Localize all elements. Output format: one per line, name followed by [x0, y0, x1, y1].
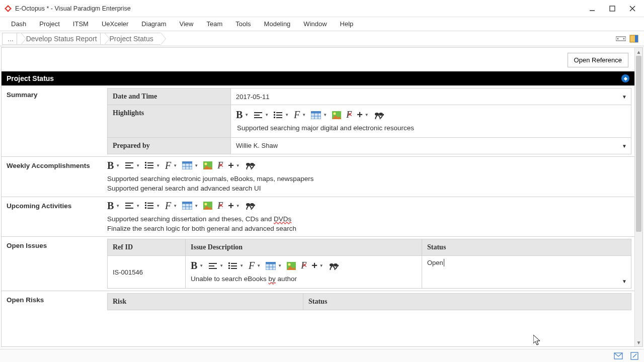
font-icon[interactable]: F▼: [165, 200, 177, 212]
clear-format-icon[interactable]: F✕: [301, 260, 306, 271]
risks-header-status: Status: [303, 293, 631, 310]
issue-status-value: Open: [427, 259, 444, 266]
prepared-by-field[interactable]: Willie K. Shaw ▼: [231, 138, 631, 154]
chevron-down-icon[interactable]: ▼: [622, 279, 627, 284]
chevron-down-icon[interactable]: ▼: [622, 94, 627, 100]
mail-icon[interactable]: [614, 351, 623, 360]
insert-icon[interactable]: +▼: [228, 160, 240, 171]
svg-line-93: [633, 354, 636, 357]
table-icon[interactable]: ▼: [182, 202, 198, 210]
risks-label: Open Risks: [2, 291, 107, 312]
upcoming-text[interactable]: Supported searching dissertation and the…: [107, 214, 631, 235]
menu-view[interactable]: View: [173, 18, 199, 30]
edit-icon[interactable]: [630, 351, 639, 360]
image-icon[interactable]: [203, 161, 212, 169]
issues-label: Open Issues: [2, 237, 107, 291]
weekly-label: Weekly Accomplishments: [2, 157, 107, 197]
align-icon[interactable]: ▼: [208, 262, 223, 269]
prepared-by-label: Prepared by: [107, 138, 231, 154]
highlights-text[interactable]: Supported searching major digital and el…: [236, 123, 626, 134]
insert-icon[interactable]: +▼: [311, 260, 324, 272]
highlights-field[interactable]: B▼▼▼F▼▼F✕+▼ Supported searching major di…: [231, 105, 631, 138]
svg-point-67: [205, 203, 207, 206]
svg-rect-85: [266, 262, 276, 264]
window-title: E-Octopus * - Visual Paradigm Enterprise: [15, 5, 131, 12]
list-icon[interactable]: ▼: [145, 202, 160, 209]
risks-row: Open Risks Risk Status: [2, 291, 634, 312]
vertical-scrollbar[interactable]: ▲ ▼: [634, 48, 642, 346]
font-icon[interactable]: F▼: [249, 260, 261, 272]
clear-format-icon[interactable]: F✕: [217, 201, 223, 211]
maximize-button[interactable]: [608, 4, 617, 13]
date-time-label: Date and Time: [107, 88, 231, 105]
clear-format-icon[interactable]: F✕: [346, 110, 352, 120]
image-icon[interactable]: [332, 111, 341, 119]
scroll-thumb[interactable]: [636, 56, 641, 232]
svg-point-47: [205, 163, 207, 165]
date-time-value: 2017-05-11: [236, 93, 270, 101]
find-icon[interactable]: [329, 262, 339, 270]
svg-rect-58: [145, 205, 146, 206]
table-icon[interactable]: ▼: [182, 161, 198, 169]
open-reference-button[interactable]: Open Reference: [568, 53, 628, 67]
menu-tools[interactable]: Tools: [229, 18, 257, 30]
align-icon[interactable]: ▼: [125, 202, 140, 209]
bold-icon[interactable]: B▼: [107, 200, 120, 212]
insert-icon[interactable]: +▼: [228, 200, 240, 212]
svg-rect-59: [145, 207, 146, 209]
summary-label: Summary: [2, 86, 107, 156]
panel-toggle-icon[interactable]: [629, 34, 639, 44]
bold-icon[interactable]: B▼: [107, 160, 120, 171]
menu-uexceler[interactable]: UeXceler: [96, 18, 134, 30]
scroll-down-icon[interactable]: ▼: [635, 338, 642, 346]
svg-rect-39: [145, 167, 146, 168]
overview-icon[interactable]: [616, 34, 626, 44]
table-icon[interactable]: ▼: [266, 262, 282, 270]
scroll-up-icon[interactable]: ▲: [635, 48, 642, 56]
issue-status-cell[interactable]: Open ▼: [422, 256, 631, 289]
minimize-button[interactable]: [588, 4, 597, 13]
close-button[interactable]: [628, 4, 637, 13]
menu-bar: Dash Project ITSM UeXceler Diagram View …: [0, 17, 644, 31]
find-icon[interactable]: [245, 161, 255, 169]
font-icon[interactable]: F▼: [294, 109, 306, 121]
clear-format-icon[interactable]: F✕: [217, 160, 223, 171]
issues-header-ref: Ref ID: [107, 239, 186, 256]
svg-point-8: [623, 38, 625, 39]
issues-header-desc: Issue Description: [186, 239, 422, 256]
align-icon[interactable]: ▼: [125, 162, 140, 169]
list-icon[interactable]: ▼: [145, 162, 160, 169]
section-title: Project Status: [7, 74, 54, 82]
date-time-field[interactable]: 2017-05-11 ▼: [231, 88, 631, 105]
menu-dash[interactable]: Dash: [5, 18, 32, 30]
font-icon[interactable]: F▼: [165, 160, 177, 171]
insert-icon[interactable]: +▼: [357, 109, 369, 121]
menu-window[interactable]: Window: [297, 18, 333, 30]
issue-desc-cell[interactable]: B▼▼▼F▼▼F✕+▼ Unable to search eBooks by a…: [186, 256, 422, 289]
menu-diagram[interactable]: Diagram: [135, 18, 172, 30]
menu-project[interactable]: Project: [33, 18, 65, 30]
section-header: Project Status ◈: [2, 71, 634, 85]
image-icon[interactable]: [287, 262, 296, 270]
svg-point-30: [379, 113, 383, 116]
rte-toolbar: B▼▼▼F▼▼F✕+▼: [236, 108, 626, 123]
table-icon[interactable]: ▼: [311, 111, 327, 119]
align-icon[interactable]: ▼: [254, 112, 269, 119]
menu-itsm[interactable]: ITSM: [67, 18, 95, 30]
weekly-text[interactable]: Supported searching electronic journals,…: [107, 173, 631, 195]
find-icon[interactable]: [245, 202, 255, 210]
menu-team[interactable]: Team: [200, 18, 228, 30]
list-icon[interactable]: ▼: [228, 262, 244, 269]
chevron-down-icon[interactable]: ▼: [622, 143, 627, 148]
svg-point-87: [288, 263, 291, 265]
bold-icon[interactable]: B▼: [191, 260, 203, 272]
issue-ref-cell[interactable]: IS-001546: [107, 256, 186, 289]
bold-icon[interactable]: B▼: [236, 109, 249, 121]
list-icon[interactable]: ▼: [274, 112, 289, 119]
image-icon[interactable]: [203, 202, 212, 210]
target-icon[interactable]: ◈: [621, 74, 629, 82]
menu-modeling[interactable]: Modeling: [258, 18, 297, 30]
menu-help[interactable]: Help: [334, 18, 360, 30]
breadcrumb-develop[interactable]: Develop Status Report: [17, 33, 104, 45]
find-icon[interactable]: [374, 111, 384, 119]
